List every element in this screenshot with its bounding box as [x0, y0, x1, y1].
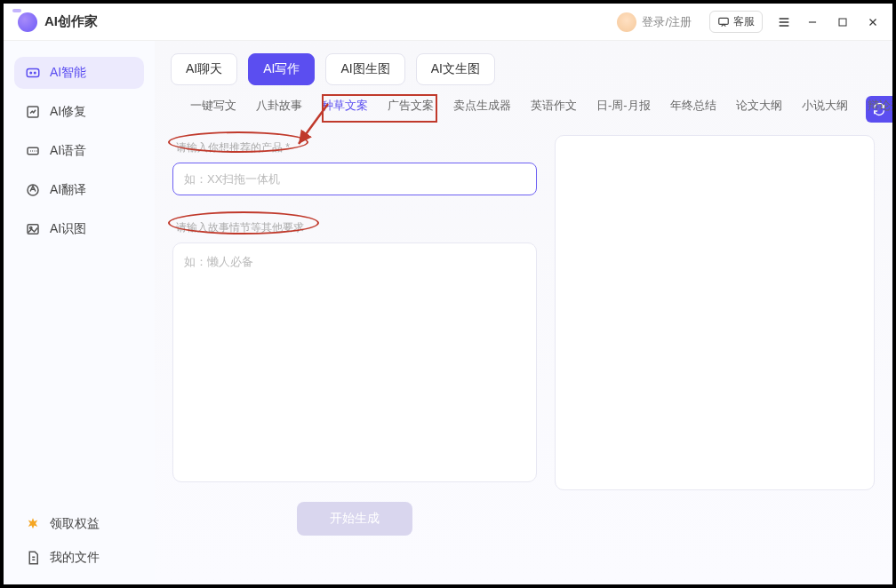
sidebar-item-ai-repair[interactable]: AI修复 [14, 96, 144, 128]
sub-tab[interactable]: 日-周-月报 [596, 98, 651, 123]
image-icon [25, 221, 41, 237]
output-panel [555, 135, 875, 490]
sidebar-item-ai-smart[interactable]: AI智能 [14, 57, 144, 89]
sidebar-item-label: AI翻译 [50, 182, 86, 198]
avatar-icon [617, 12, 636, 32]
sidebar-item-label: AI智能 [50, 65, 86, 81]
sub-tab[interactable]: 论文大纲 [736, 98, 782, 123]
login-text: 登录/注册 [642, 14, 692, 30]
svg-point-4 [35, 72, 36, 74]
sub-tab[interactable]: 广告文案 [388, 98, 434, 123]
mode-tab-img2img[interactable]: AI图生图 [325, 53, 404, 85]
sub-tab-active[interactable]: 种草文案 [322, 98, 368, 123]
app-logo-icon [18, 12, 37, 32]
sidebar-item-label: 领取权益 [50, 516, 100, 532]
mode-tabs: AI聊天 AI写作 AI图生图 AI文生图 [155, 41, 892, 85]
hamburger-menu-icon[interactable] [772, 10, 796, 35]
mode-tab-txt2img[interactable]: AI文生图 [416, 53, 495, 85]
sub-tab[interactable]: 一键写文 [190, 98, 236, 123]
close-button[interactable] [860, 10, 885, 35]
sidebar-item-ai-voice[interactable]: AI语音 [14, 135, 144, 167]
mode-tab-chat[interactable]: AI聊天 [171, 53, 237, 85]
product-input[interactable] [172, 163, 537, 195]
sub-tab[interactable]: 小说大纲 [802, 98, 848, 123]
sidebar-item-myfiles[interactable]: 我的文件 [14, 542, 144, 574]
svg-rect-0 [719, 18, 729, 24]
sidebar-item-ai-translate[interactable]: AI翻译 [14, 174, 144, 206]
sidebar-item-label: AI修复 [50, 104, 86, 120]
file-icon [25, 550, 41, 566]
svg-rect-2 [27, 69, 39, 77]
sub-tab[interactable]: 卖点生成器 [453, 98, 511, 123]
sparkle-icon [25, 65, 41, 81]
sidebar-item-ai-image[interactable]: AI识图 [14, 213, 144, 245]
scroll-right-icon[interactable]: 〉 [876, 99, 887, 115]
app-title: AI创作家 [44, 13, 98, 30]
chat-icon [717, 16, 730, 28]
sub-tab[interactable]: 年终总结 [670, 98, 716, 123]
sidebar-item-label: AI语音 [50, 143, 86, 159]
maximize-button[interactable] [830, 10, 855, 35]
sub-tabs: 一键写文 八卦故事 种草文案 广告文案 卖点生成器 英语作文 日-周-月报 年终… [155, 85, 892, 123]
story-textarea[interactable] [172, 242, 537, 482]
voice-icon [25, 143, 41, 159]
generate-button[interactable]: 开始生成 [297, 502, 412, 536]
login-area[interactable]: 登录/注册 [617, 12, 692, 32]
translate-icon [25, 182, 41, 198]
sub-tab[interactable]: 英语作文 [531, 98, 577, 123]
sub-tab[interactable]: 八卦故事 [256, 98, 302, 123]
svg-point-3 [30, 72, 32, 74]
sidebar: AI智能 AI修复 AI语音 AI翻译 [4, 41, 155, 584]
sidebar-item-label: AI识图 [50, 221, 86, 237]
support-button[interactable]: 客服 [709, 11, 763, 33]
gift-icon [25, 516, 41, 532]
main-content: AI聊天 AI写作 AI图生图 AI文生图 一键写文 八卦故事 种草文案 广告文… [155, 41, 892, 584]
sidebar-item-benefits[interactable]: 领取权益 [14, 508, 144, 540]
svg-rect-1 [839, 19, 846, 26]
product-field-label: 请输入你想推荐的产品 * [176, 140, 533, 155]
titlebar: AI创作家 登录/注册 客服 [4, 4, 892, 41]
repair-icon [25, 104, 41, 120]
minimize-button[interactable] [800, 10, 825, 35]
mode-tab-write[interactable]: AI写作 [248, 53, 315, 85]
story-field-label: 请输入故事情节等其他要求 [176, 220, 533, 235]
sidebar-item-label: 我的文件 [50, 550, 100, 566]
support-label: 客服 [733, 14, 755, 29]
